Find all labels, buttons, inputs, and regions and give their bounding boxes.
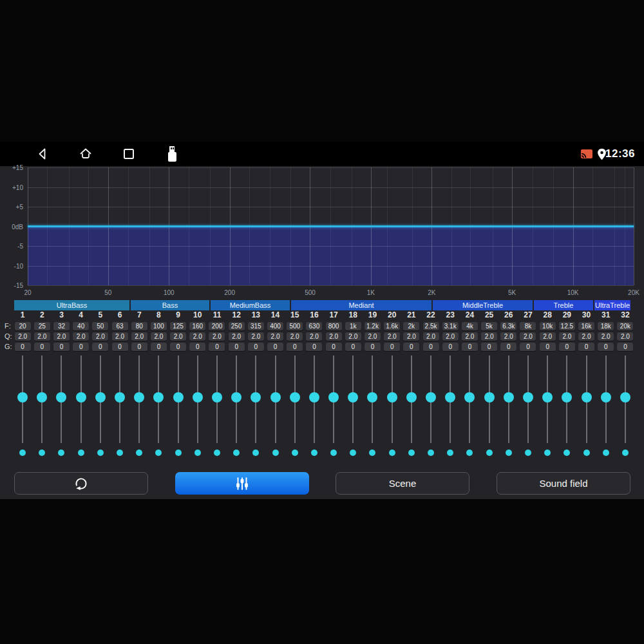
gain-value-chip[interactable]: 0 [500, 343, 516, 351]
q-value-chip[interactable]: 2.0 [403, 332, 419, 341]
gain-slider[interactable] [460, 354, 479, 448]
gain-slider[interactable] [71, 354, 91, 448]
frequency-value-chip[interactable]: 400 [267, 322, 283, 330]
frequency-value-chip[interactable]: 500 [287, 322, 303, 330]
q-value-chip[interactable]: 2.0 [34, 332, 50, 341]
slider-thumb[interactable] [193, 392, 203, 402]
frequency-value-chip[interactable]: 250 [229, 322, 245, 330]
gain-slider[interactable] [207, 354, 227, 448]
gain-slider[interactable] [149, 354, 168, 448]
gain-slider[interactable] [343, 354, 363, 448]
gain-value-chip[interactable]: 0 [462, 343, 478, 351]
slider-thumb[interactable] [231, 392, 242, 402]
back-button[interactable] [35, 142, 50, 166]
slider-thumb[interactable] [251, 392, 261, 402]
frequency-value-chip[interactable]: 12.5 [559, 322, 575, 330]
gain-value-chip[interactable]: 0 [248, 343, 264, 351]
frequency-value-chip[interactable]: 315 [248, 322, 264, 330]
frequency-value-chip[interactable]: 80 [131, 322, 147, 330]
frequency-value-chip[interactable]: 20k [617, 322, 633, 330]
gain-slider[interactable] [518, 354, 538, 448]
q-value-chip[interactable]: 2.0 [267, 332, 283, 341]
q-value-chip[interactable]: 2.0 [151, 332, 167, 341]
q-value-chip[interactable]: 2.0 [73, 332, 89, 341]
q-value-chip[interactable]: 2.0 [189, 332, 205, 341]
slider-thumb[interactable] [270, 392, 281, 402]
gain-slider[interactable] [596, 354, 616, 448]
frequency-value-chip[interactable]: 8k [520, 322, 536, 330]
gain-value-chip[interactable]: 0 [306, 343, 322, 351]
q-value-chip[interactable]: 2.0 [462, 332, 478, 341]
q-value-chip[interactable]: 2.0 [365, 332, 381, 341]
gain-slider[interactable] [305, 354, 324, 448]
q-value-chip[interactable]: 2.0 [15, 332, 31, 341]
gain-value-chip[interactable]: 0 [53, 343, 70, 351]
gain-value-chip[interactable]: 0 [326, 343, 342, 351]
frequency-value-chip[interactable]: 1k [345, 322, 361, 330]
frequency-value-chip[interactable]: 125 [170, 322, 186, 330]
frequency-value-chip[interactable]: 2.5k [423, 322, 439, 330]
frequency-value-chip[interactable]: 18k [598, 322, 614, 330]
q-value-chip[interactable]: 2.0 [598, 332, 614, 341]
gain-value-chip[interactable]: 0 [345, 343, 361, 351]
slider-thumb[interactable] [95, 392, 106, 402]
gain-value-chip[interactable]: 0 [540, 343, 556, 351]
slider-thumb[interactable] [620, 392, 630, 402]
q-value-chip[interactable]: 2.0 [287, 332, 303, 341]
q-value-chip[interactable]: 2.0 [53, 332, 70, 341]
gain-slider[interactable] [227, 354, 246, 448]
gain-value-chip[interactable]: 0 [520, 343, 536, 351]
reset-button[interactable] [14, 472, 148, 495]
gain-value-chip[interactable]: 0 [267, 343, 283, 351]
gain-value-chip[interactable]: 0 [617, 343, 633, 351]
slider-thumb[interactable] [406, 392, 417, 402]
q-value-chip[interactable]: 2.0 [540, 332, 556, 341]
q-value-chip[interactable]: 2.0 [384, 332, 400, 341]
gain-value-chip[interactable]: 0 [229, 343, 245, 351]
gain-slider[interactable] [499, 354, 518, 448]
slider-thumb[interactable] [523, 392, 533, 402]
q-value-chip[interactable]: 2.0 [345, 332, 361, 341]
slider-thumb[interactable] [309, 392, 319, 402]
frequency-value-chip[interactable]: 800 [326, 322, 342, 330]
slider-thumb[interactable] [328, 392, 339, 402]
gain-slider[interactable] [52, 354, 71, 448]
gain-value-chip[interactable]: 0 [598, 343, 614, 351]
gain-value-chip[interactable]: 0 [442, 343, 459, 351]
q-value-chip[interactable]: 2.0 [578, 332, 594, 341]
frequency-value-chip[interactable]: 1.2k [365, 322, 381, 330]
frequency-value-chip[interactable]: 1.6k [384, 322, 400, 330]
q-value-chip[interactable]: 2.0 [500, 332, 516, 341]
frequency-value-chip[interactable]: 40 [73, 322, 89, 330]
gain-slider[interactable] [480, 354, 499, 448]
gain-slider[interactable] [129, 354, 149, 448]
gain-slider[interactable] [363, 354, 382, 448]
frequency-value-chip[interactable]: 5k [481, 322, 497, 330]
gain-slider[interactable] [246, 354, 265, 448]
slider-thumb[interactable] [542, 392, 553, 402]
gain-value-chip[interactable]: 0 [423, 343, 439, 351]
frequency-value-chip[interactable]: 100 [151, 322, 167, 330]
frequency-value-chip[interactable]: 25 [34, 322, 50, 330]
gain-slider[interactable] [402, 354, 421, 448]
frequency-value-chip[interactable]: 200 [209, 322, 225, 330]
gain-slider[interactable] [32, 354, 52, 448]
q-value-chip[interactable]: 2.0 [617, 332, 633, 341]
gain-slider[interactable] [324, 354, 343, 448]
frequency-value-chip[interactable]: 4k [462, 322, 478, 330]
gain-slider[interactable] [383, 354, 402, 448]
slider-thumb[interactable] [504, 392, 514, 402]
gain-value-chip[interactable]: 0 [209, 343, 225, 351]
frequency-value-chip[interactable]: 20 [15, 322, 31, 330]
recents-button[interactable] [121, 142, 137, 166]
frequency-value-chip[interactable]: 16k [578, 322, 594, 330]
gain-value-chip[interactable]: 0 [287, 343, 303, 351]
q-value-chip[interactable]: 2.0 [131, 332, 147, 341]
q-value-chip[interactable]: 2.0 [248, 332, 264, 341]
q-value-chip[interactable]: 2.0 [442, 332, 459, 341]
slider-thumb[interactable] [445, 392, 455, 402]
q-value-chip[interactable]: 2.0 [229, 332, 245, 341]
frequency-value-chip[interactable]: 32 [53, 322, 70, 330]
gain-slider[interactable] [13, 354, 32, 448]
slider-thumb[interactable] [464, 392, 475, 402]
